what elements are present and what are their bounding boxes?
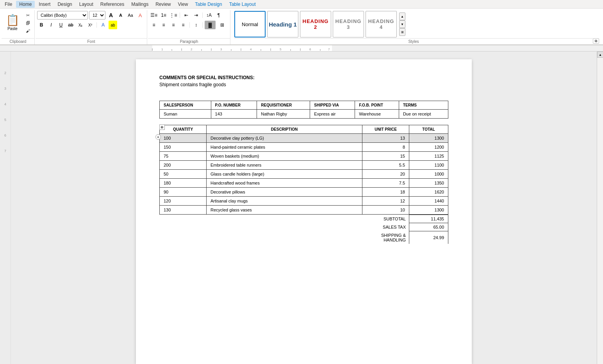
menu-design[interactable]: Design bbox=[54, 1, 75, 8]
cell-price-8[interactable]: 10 bbox=[362, 206, 409, 215]
comments-text[interactable]: Shipment contains fragile goods bbox=[159, 82, 448, 87]
menu-references[interactable]: References bbox=[97, 1, 127, 8]
heading4-style-button[interactable]: HEADING 4 bbox=[366, 11, 397, 37]
cell-salesperson[interactable]: Suman bbox=[160, 110, 211, 119]
borders-button[interactable]: ⊞ bbox=[217, 21, 228, 29]
italic-button[interactable]: I bbox=[47, 21, 55, 29]
cell-total-0[interactable]: 1300 bbox=[409, 134, 448, 143]
cell-desc-8[interactable]: Recycled glass vases bbox=[207, 206, 362, 215]
multilevel-list-button[interactable]: ⋮≡ bbox=[169, 11, 178, 20]
font-color-button[interactable]: A bbox=[99, 21, 107, 29]
cell-total-1[interactable]: 1200 bbox=[409, 143, 448, 152]
cell-qty-0[interactable]: 100 bbox=[160, 134, 207, 143]
menu-view[interactable]: View bbox=[175, 1, 191, 8]
cell-fob-point[interactable]: Warehouse bbox=[355, 110, 399, 119]
cell-total-8[interactable]: 1300 bbox=[409, 206, 448, 215]
superscript-button[interactable]: X² bbox=[86, 21, 95, 29]
subscript-button[interactable]: X₂ bbox=[76, 21, 85, 29]
cell-desc-7[interactable]: Artisanal clay mugs bbox=[207, 197, 362, 206]
cell-total-4[interactable]: 1000 bbox=[409, 170, 448, 179]
bullets-button[interactable]: ☰≡ bbox=[150, 11, 158, 20]
font-size-selector[interactable]: 12 bbox=[89, 11, 105, 20]
cell-price-2[interactable]: 15 bbox=[362, 152, 409, 161]
decrease-font-size-button[interactable]: A bbox=[116, 11, 125, 20]
font-name-selector[interactable]: Calibri (Body) bbox=[37, 11, 88, 20]
numbering-button[interactable]: 1≡ bbox=[159, 11, 168, 20]
increase-font-size-button[interactable]: A bbox=[107, 11, 115, 20]
menu-review[interactable]: Review bbox=[152, 1, 174, 8]
cell-po-number[interactable]: 143 bbox=[211, 110, 257, 119]
format-painter-button[interactable]: 🖌 bbox=[23, 27, 32, 34]
cell-qty-3[interactable]: 200 bbox=[160, 161, 207, 170]
decrease-indent-button[interactable]: ⇤ bbox=[182, 11, 191, 20]
cell-total-7[interactable]: 1440 bbox=[409, 197, 448, 206]
cell-qty-4[interactable]: 50 bbox=[160, 170, 207, 179]
align-center-button[interactable]: ≡ bbox=[159, 21, 168, 29]
menu-insert[interactable]: Insert bbox=[36, 1, 54, 8]
cell-qty-5[interactable]: 180 bbox=[160, 179, 207, 188]
bold-button[interactable]: B bbox=[37, 21, 46, 29]
cell-qty-1[interactable]: 150 bbox=[160, 143, 207, 152]
cell-price-0[interactable]: 13 bbox=[362, 134, 409, 143]
cell-price-7[interactable]: 12 bbox=[362, 197, 409, 206]
cell-total-3[interactable]: 1100 bbox=[409, 161, 448, 170]
cell-qty-6[interactable]: 90 bbox=[160, 188, 207, 197]
cell-qty-2[interactable]: 75 bbox=[160, 152, 207, 161]
styles-dialog-launcher[interactable]: ⧉ bbox=[593, 38, 599, 44]
menu-home[interactable]: Home bbox=[16, 1, 35, 8]
cell-price-3[interactable]: 5.5 bbox=[362, 161, 409, 170]
normal-style-button[interactable]: Normal bbox=[234, 11, 266, 37]
scroll-up-button[interactable]: ▲ bbox=[597, 51, 603, 58]
cut-button[interactable]: ✂ bbox=[23, 12, 32, 19]
menu-table-layout[interactable]: Table Layout bbox=[226, 1, 259, 8]
cell-desc-1[interactable]: Hand-painted ceramic plates bbox=[207, 143, 362, 152]
cell-desc-4[interactable]: Glass candle holders (large) bbox=[207, 170, 362, 179]
cell-desc-5[interactable]: Handcrafted wood frames bbox=[207, 179, 362, 188]
sort-button[interactable]: ↕A bbox=[205, 11, 213, 20]
paste-button[interactable]: 📋 Paste bbox=[3, 11, 22, 34]
heading1-style-button[interactable]: Heading 1 bbox=[267, 11, 298, 37]
cell-price-5[interactable]: 7.5 bbox=[362, 179, 409, 188]
cell-desc-3[interactable]: Embroidered table runners bbox=[207, 161, 362, 170]
cell-price-6[interactable]: 18 bbox=[362, 188, 409, 197]
heading3-style-button[interactable]: HEADING 3 bbox=[333, 11, 364, 37]
shading-button[interactable]: ▓ bbox=[205, 21, 216, 29]
cell-shipped-via[interactable]: Express air bbox=[310, 110, 355, 119]
highlight-color-button[interactable]: ab bbox=[109, 21, 117, 29]
menu-file[interactable]: File bbox=[2, 1, 15, 8]
styles-scroll-up[interactable]: ▲ bbox=[399, 12, 405, 20]
underline-button[interactable]: U bbox=[57, 21, 65, 29]
table-row: 90Decorative pillows181620 bbox=[160, 188, 448, 197]
show-marks-button[interactable]: ¶ bbox=[214, 11, 223, 20]
menu-layout[interactable]: Layout bbox=[76, 1, 96, 8]
align-left-button[interactable]: ≡ bbox=[150, 21, 158, 29]
heading2-style-button[interactable]: HEADING 2 bbox=[300, 11, 331, 37]
cell-price-1[interactable]: 8 bbox=[362, 143, 409, 152]
strikethrough-button[interactable]: ab bbox=[66, 21, 75, 29]
increase-indent-button[interactable]: ⇥ bbox=[192, 11, 200, 20]
cell-total-6[interactable]: 1620 bbox=[409, 188, 448, 197]
cell-price-4[interactable]: 20 bbox=[362, 170, 409, 179]
cell-desc-0[interactable]: Decorative clay pottery (LG) bbox=[207, 134, 362, 143]
scroll-track[interactable] bbox=[597, 58, 603, 364]
align-right-button[interactable]: ≡ bbox=[169, 21, 178, 29]
cell-requisitioner[interactable]: Nathan Rigby bbox=[257, 110, 310, 119]
cell-desc-2[interactable]: Woven baskets (medium) bbox=[207, 152, 362, 161]
menu-mailings[interactable]: Mailings bbox=[128, 1, 152, 8]
cell-terms[interactable]: Due on receipt bbox=[399, 110, 448, 119]
change-case-button[interactable]: Aa bbox=[126, 11, 135, 20]
cell-desc-6[interactable]: Decorative pillows bbox=[207, 188, 362, 197]
menu-table-design[interactable]: Table Design bbox=[192, 1, 225, 8]
clear-formatting-button[interactable]: A bbox=[136, 11, 145, 20]
table-move-handle[interactable]: ⊕ bbox=[159, 124, 165, 130]
line-spacing-button[interactable]: ↕ bbox=[192, 21, 200, 29]
justify-button[interactable]: ≡ bbox=[179, 21, 187, 29]
styles-expand[interactable]: ⊞ bbox=[399, 28, 405, 36]
add-row-handle[interactable]: + bbox=[155, 134, 161, 140]
cell-total-2[interactable]: 1125 bbox=[409, 152, 448, 161]
cell-qty-7[interactable]: 120 bbox=[160, 197, 207, 206]
copy-button[interactable]: 🗐 bbox=[23, 20, 32, 27]
styles-scroll-down[interactable]: ▼ bbox=[399, 20, 405, 28]
cell-total-5[interactable]: 1350 bbox=[409, 179, 448, 188]
cell-qty-8[interactable]: 130 bbox=[160, 206, 207, 215]
